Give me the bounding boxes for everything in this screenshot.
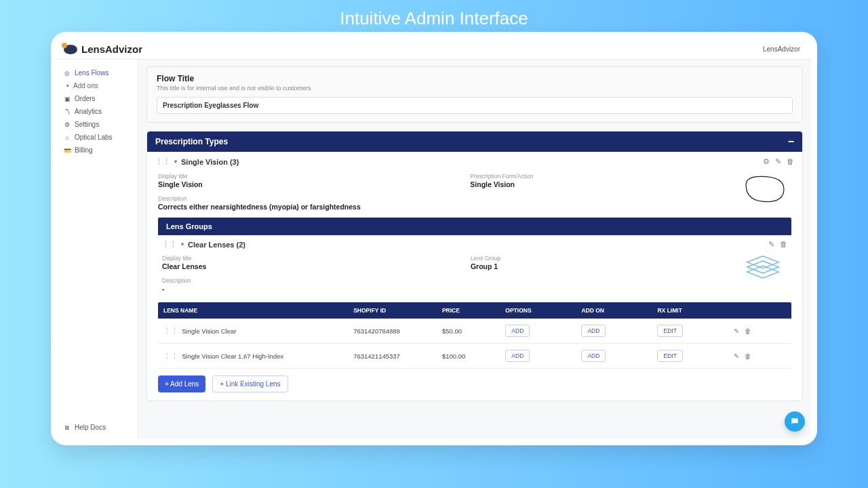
sidebar-item-addons[interactable]: Add ons <box>57 79 138 92</box>
flow-title-label: Flow Title <box>157 74 793 83</box>
sidebar-item-label: Orders <box>75 95 96 102</box>
lens-table: LENS NAME SHOPIFY ID PRICE OPTIONS ADD O… <box>158 302 791 369</box>
drag-handle-icon[interactable]: ⋮⋮ <box>163 352 178 360</box>
rx-edit-button[interactable]: EDIT <box>657 325 682 337</box>
description-label: Description <box>158 195 791 202</box>
options-add-button[interactable]: ADD <box>505 350 530 362</box>
main-content: Flow Title This title is for internal us… <box>138 60 811 439</box>
sidebar-item-label: Billing <box>75 146 93 154</box>
sidebar-item-analytics[interactable]: 〽 Analytics <box>57 105 138 118</box>
description-value: Corrects either nearsightedness (myopia)… <box>158 203 791 211</box>
svg-marker-1 <box>747 261 779 273</box>
sidebar-item-lens-flows[interactable]: ◎ Lens Flows <box>57 66 138 79</box>
drag-handle-icon[interactable]: ⋮⋮ <box>162 240 177 249</box>
trash-icon[interactable]: 🗑 <box>787 157 794 166</box>
table-row: ⋮⋮ Single Vision Clear 1.67 High-Index 7… <box>158 344 791 369</box>
rx-edit-button[interactable]: EDIT <box>657 350 682 362</box>
edit-icon[interactable]: ✎ <box>768 240 774 249</box>
sidebar-item-label: Help Docs <box>75 424 106 431</box>
prescription-item-header[interactable]: ⋮⋮ ▾ Single Vision (3) ⚙ ✎ 🗑 <box>154 152 795 171</box>
edit-icon[interactable]: ✎ <box>775 157 781 166</box>
chat-support-button[interactable] <box>785 411 805 432</box>
sidebar-item-label: Add ons <box>73 82 98 89</box>
collapse-icon[interactable]: − <box>788 138 794 145</box>
display-title-value: Single Vision <box>158 180 443 188</box>
prescription-form-value: Single Vision <box>470 180 791 188</box>
sidebar-item-billing[interactable]: 💳 Billing <box>57 144 138 157</box>
flow-title-card: Flow Title This title is for internal us… <box>146 66 803 123</box>
doc-icon: 🗎 <box>64 424 71 431</box>
col-actions <box>728 302 791 319</box>
top-bar: LensAdvizor LensAdvizor <box>57 38 811 60</box>
group-display-title-value: Clear Lenses <box>162 262 443 270</box>
cell-shopify-id: 7631421145337 <box>348 344 437 369</box>
group-desc-label: Description <box>162 277 787 284</box>
group-display-title-label: Display title <box>162 255 443 262</box>
lens-group-label: Lens Group <box>471 255 787 262</box>
cell-price: $100.00 <box>437 344 500 369</box>
brand-name: LensAdvizor <box>81 43 142 55</box>
col-addon[interactable]: ADD ON <box>576 302 652 319</box>
group-desc-value: - <box>162 285 787 293</box>
svg-marker-0 <box>747 256 779 268</box>
prescription-form-label: Prescription Form/Action <box>470 173 791 180</box>
edit-icon[interactable]: ✎ <box>734 352 739 360</box>
lens-groups-header[interactable]: Lens Groups <box>158 218 791 235</box>
display-title-label: Display title <box>158 173 443 180</box>
link-existing-lens-button[interactable]: + Link Existing Lens <box>212 375 288 392</box>
col-price[interactable]: PRICE <box>437 302 500 319</box>
prescription-types-panel: Prescription Types − ⋮⋮ ▾ Single Vision … <box>146 131 803 401</box>
trash-icon[interactable]: 🗑 <box>745 327 751 335</box>
drag-handle-icon[interactable]: ⋮⋮ <box>163 327 178 335</box>
chevron-down-icon[interactable]: ▾ <box>181 241 184 247</box>
cell-shopify-id: 7631420784889 <box>348 319 437 344</box>
flow-title-input[interactable] <box>157 97 793 114</box>
sidebar-item-settings[interactable]: ⚙ Settings <box>57 118 138 131</box>
chevron-down-icon[interactable]: ▾ <box>174 159 177 165</box>
lens-group-item-header[interactable]: ⋮⋮ ▾ Clear Lenses (2) ✎ 🗑 <box>158 235 791 253</box>
sidebar-item-orders[interactable]: ▣ Orders <box>57 92 138 105</box>
trash-icon[interactable]: 🗑 <box>780 240 787 249</box>
logo-icon <box>64 45 77 54</box>
sidebar-item-label: Settings <box>75 121 99 128</box>
billing-icon: 💳 <box>64 147 71 154</box>
col-rx-limit[interactable]: RX LIMIT <box>652 302 728 319</box>
sidebar: ◎ Lens Flows Add ons ▣ Orders 〽 Analytic… <box>57 60 138 439</box>
chat-icon <box>790 417 800 426</box>
analytics-icon: 〽 <box>64 108 71 115</box>
cell-lens-name: Single Vision Clear 1.67 High-Index <box>182 352 283 360</box>
prescription-item-name: Single Vision (3) <box>181 158 239 166</box>
col-lens-name[interactable]: LENS NAME <box>158 302 348 319</box>
sidebar-item-help-docs[interactable]: 🗎 Help Docs <box>57 421 138 434</box>
labs-icon: ⌂ <box>64 134 71 141</box>
col-options[interactable]: OPTIONS <box>500 302 576 319</box>
gear-icon: ⚙ <box>64 121 71 128</box>
add-lens-button[interactable]: + Add Lens <box>158 375 205 392</box>
drag-handle-icon[interactable]: ⋮⋮ <box>155 157 170 166</box>
trash-icon[interactable]: 🗑 <box>745 352 751 360</box>
col-shopify-id[interactable]: SHOPIFY ID <box>348 302 437 319</box>
sidebar-item-optical-labs[interactable]: ⌂ Optical Labs <box>57 131 138 144</box>
gear-icon[interactable]: ⚙ <box>763 157 770 166</box>
sidebar-item-label: Analytics <box>75 108 102 115</box>
cell-price: $50.00 <box>437 319 500 344</box>
prescription-types-header[interactable]: Prescription Types − <box>147 131 802 152</box>
addon-add-button[interactable]: ADD <box>581 325 606 337</box>
options-add-button[interactable]: ADD <box>505 325 530 337</box>
lens-group-value: Group 1 <box>471 262 787 270</box>
edit-icon[interactable]: ✎ <box>734 327 739 335</box>
sidebar-item-label: Lens Flows <box>75 69 109 77</box>
table-row: ⋮⋮ Single Vision Clear 7631420784889 $50… <box>158 319 791 344</box>
lens-groups-panel: Lens Groups ⋮⋮ ▾ Clear Lenses (2) ✎ 🗑 <box>158 218 791 392</box>
panel-title: Prescription Types <box>155 137 228 146</box>
orders-icon: ▣ <box>64 96 71 102</box>
addon-add-button[interactable]: ADD <box>581 350 606 362</box>
app-frame: LensAdvizor LensAdvizor ◎ Lens Flows Add… <box>51 32 817 445</box>
cell-lens-name: Single Vision Clear <box>182 327 236 335</box>
flow-icon: ◎ <box>64 70 71 77</box>
brand-logo[interactable]: LensAdvizor <box>64 43 142 55</box>
lens-group-name: Clear Lenses (2) <box>188 241 245 249</box>
svg-marker-2 <box>747 266 779 278</box>
promo-title: Intuitive Admin Interface <box>0 0 868 32</box>
tenant-label[interactable]: LensAdvizor <box>763 45 800 53</box>
